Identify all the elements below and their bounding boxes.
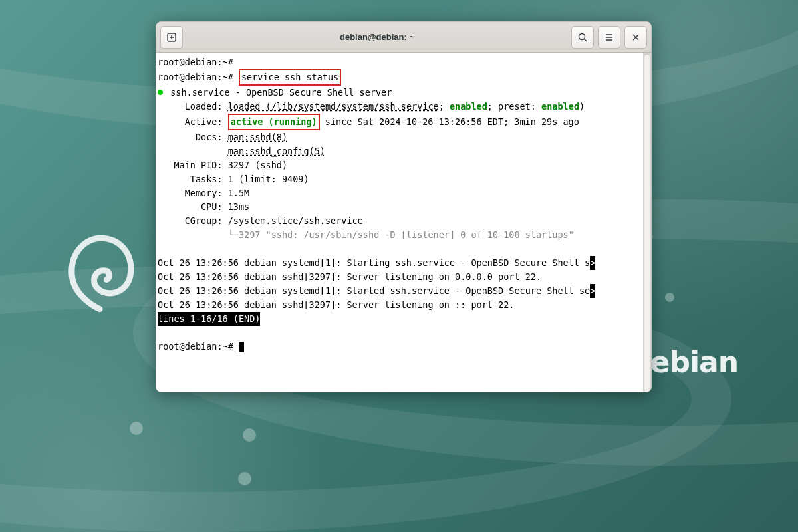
tasks: Tasks: 1 (limit: 9409) [158,174,309,184]
window-title: debian@debian: ~ [187,32,567,42]
main-pid: Main PID: 3297 (sshd) [158,160,287,170]
menu-button[interactable] [598,26,620,49]
loaded-value: loaded (/lib/systemd/system/ssh.service [228,101,439,112]
prompt: root@debian:~# [158,57,233,67]
active-label: Active: [158,116,228,127]
pager-status: lines 1-16/16 (END) [158,312,260,326]
highlighted-command: service ssh status [239,69,341,86]
log-line: Oct 26 13:26:56 debian sshd[3297]: Serve… [158,299,514,310]
preset-state: enabled [541,101,579,112]
truncation-icon: > [590,256,595,270]
prompt: root@debian:~# [158,341,233,352]
docs-link: man:sshd(8) [228,132,287,142]
terminal-window: debian@debian: ~ root@debian:~# root@deb… [156,21,652,392]
svg-line-4 [585,39,587,41]
debian-swirl-icon [57,229,143,316]
highlighted-active: active (running) [228,114,320,130]
cgroup: CGroup: /system.slice/ssh.service [158,215,363,226]
scroll-thumb[interactable] [644,54,650,392]
prompt: root@debian:~# [158,72,233,82]
status-dot-icon [158,90,163,95]
log-line: Oct 26 13:26:56 debian sshd[3297]: Serve… [158,271,541,282]
cursor-icon [239,342,244,352]
loaded-label: Loaded: [158,101,228,112]
scrollbar[interactable] [643,53,651,392]
terminal-output[interactable]: root@debian:~# root@debian:~# service ss… [156,53,651,392]
new-tab-button[interactable] [160,26,183,49]
enabled-state: enabled [450,101,487,112]
service-header: ssh.service - OpenBSD Secure Shell serve… [165,87,392,98]
search-button[interactable] [571,26,594,49]
docs-label: Docs: [158,132,228,142]
log-line: Oct 26 13:26:56 debian systemd[1]: Start… [158,285,590,296]
close-button[interactable] [624,26,647,49]
log-line: Oct 26 13:26:56 debian systemd[1]: Start… [158,257,590,268]
cgroup-process: 3297 "sshd: /usr/sbin/sshd -D [listener]… [239,229,574,240]
cpu: CPU: 13ms [158,201,249,212]
memory: Memory: 1.5M [158,188,249,198]
svg-point-3 [579,33,585,39]
titlebar: debian@debian: ~ [156,22,651,53]
docs-link: man:sshd_config(5) [228,146,325,156]
truncation-icon: > [590,284,595,298]
active-since: since Sat 2024-10-26 13:26:56 EDT; 3min … [320,116,579,127]
